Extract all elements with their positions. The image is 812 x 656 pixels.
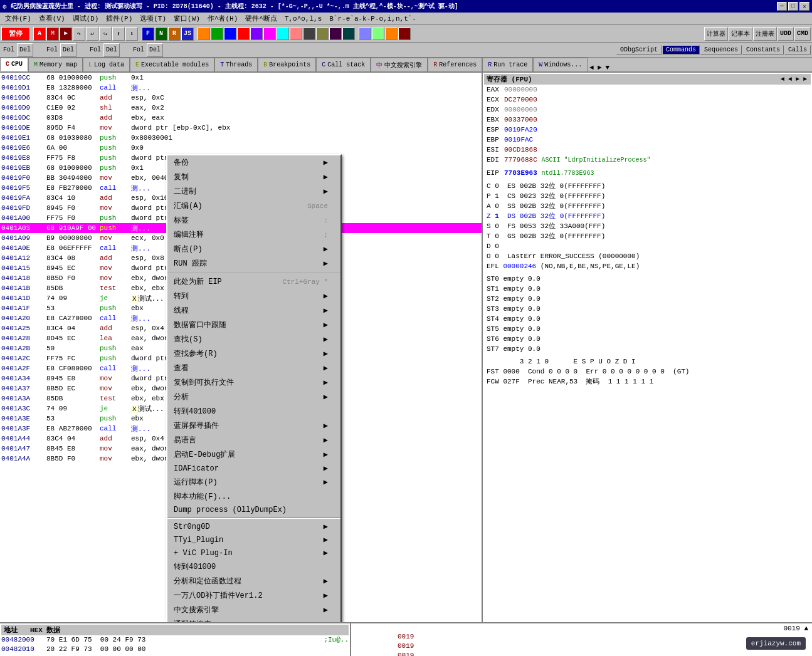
- ctx-chinese-search[interactable]: 中文搜索引擎▶: [167, 603, 340, 617]
- ctx-wildcard-search[interactable]: 通配符搜索: [167, 617, 340, 622]
- tab-windows[interactable]: W Windows...: [533, 58, 588, 71]
- tb-btn-js[interactable]: JS: [181, 27, 194, 41]
- disasm-row[interactable]: 04019E66A 00push0x0: [0, 143, 482, 153]
- ctx-edebug[interactable]: 启动E-Debug扩展▶: [167, 447, 340, 462]
- ctx-dump-process[interactable]: Dump process (OllyDumpEx): [167, 504, 340, 516]
- tab-expand-arrow[interactable]: ▼: [604, 64, 612, 71]
- tab-chinese[interactable]: 中 中文搜索引擎: [371, 58, 428, 71]
- sequences-button[interactable]: Sequences: [700, 45, 742, 55]
- ctx-copy-exec[interactable]: 复制到可执行文件▶: [167, 375, 340, 390]
- cmd-button[interactable]: CMD: [794, 27, 811, 41]
- maximize-button[interactable]: □: [788, 2, 798, 11]
- tb-icon-7[interactable]: [277, 28, 289, 40]
- tab-right-arrow[interactable]: ►: [596, 64, 604, 71]
- tb-icon-6[interactable]: [263, 28, 276, 40]
- ctx-thread[interactable]: 线程▶: [167, 303, 340, 318]
- tb-icon-2[interactable]: [211, 28, 223, 40]
- del-btn-1[interactable]: Del: [17, 43, 33, 57]
- tb-btn-4[interactable]: ↷: [73, 27, 85, 41]
- disasm-row[interactable]: 04019D683C4 0Caddesp, 0xC: [0, 93, 482, 103]
- tab-exec[interactable]: E Executable modules: [130, 58, 214, 71]
- hex-row[interactable]: 0048201020 22 F9 73 00 00 00 00: [1, 645, 349, 654]
- tb-icon-11[interactable]: [329, 28, 342, 40]
- tb-btn-7[interactable]: ⬆: [112, 27, 125, 41]
- tb-btn-2[interactable]: M: [46, 27, 59, 41]
- tb-btn-5[interactable]: ↩: [86, 27, 98, 41]
- tab-references[interactable]: R References: [428, 58, 482, 71]
- tab-left-arrow[interactable]: ◄: [588, 64, 596, 71]
- ctx-breakpoint[interactable]: 断点(P)▶: [167, 242, 340, 256]
- ctx-run-trace[interactable]: RUN 跟踪▶: [167, 256, 340, 271]
- tb-btn-r[interactable]: R: [168, 27, 181, 41]
- ctx-vic[interactable]: + ViC Plug-In▶: [167, 546, 340, 560]
- ctx-run-script[interactable]: 运行脚本(P)▶: [167, 475, 340, 489]
- ctx-copy[interactable]: 复制▶: [167, 170, 340, 184]
- ctx-script-func[interactable]: 脚本功能(F)...: [167, 489, 340, 504]
- del-btn-3[interactable]: Del: [103, 43, 120, 57]
- ctx-goto[interactable]: 转到▶: [167, 289, 340, 303]
- tab-log[interactable]: L Log data: [83, 58, 130, 71]
- menu-item[interactable]: B`r-e`a-k-P-o,i,n,t`-: [325, 14, 420, 24]
- tb-icon-12[interactable]: [342, 28, 355, 40]
- calls-button[interactable]: Calls: [784, 45, 811, 55]
- hex-row[interactable]: 0048200070 E1 6D 75 00 24 F9 73;Iu@..: [1, 635, 349, 645]
- ctx-assemble[interactable]: 汇编(A)Space: [167, 199, 340, 213]
- ctx-search-ref[interactable]: 查找参考(R)▶: [167, 346, 340, 361]
- tb-icon-16[interactable]: [398, 28, 411, 40]
- menu-item[interactable]: 查看(V): [35, 13, 69, 24]
- odbgscript-button[interactable]: ODbgScript: [616, 45, 662, 55]
- tb-icon-10[interactable]: [316, 28, 329, 40]
- minimize-button[interactable]: —: [777, 2, 787, 11]
- ctx-idaficator[interactable]: IDAFicator▶: [167, 462, 340, 475]
- ctx-follow-data[interactable]: 数据窗口中跟随▶: [167, 318, 340, 332]
- ctx-new-eip[interactable]: 此处为新 EIPCtrl+Gray *: [167, 274, 340, 289]
- disasm-row[interactable]: 04019DE895D F4movdword ptr [ebp-0xC], eb…: [0, 123, 482, 133]
- tb-btn-f[interactable]: F: [142, 27, 154, 41]
- disasm-row[interactable]: 04019E168 01030080push0x80030001: [0, 133, 482, 143]
- del-btn-4[interactable]: Del: [147, 43, 163, 57]
- ctx-view[interactable]: 查看▶: [167, 361, 340, 375]
- disasm-row[interactable]: 04019D1E8 13280000call测...: [0, 83, 482, 93]
- udd-button[interactable]: UDD: [778, 27, 794, 41]
- tb-icon-14[interactable]: [372, 28, 384, 40]
- calc-button[interactable]: 计算器: [704, 27, 728, 41]
- tab-cpu[interactable]: C CPU: [0, 58, 28, 71]
- ctx-easy-lang[interactable]: 易语言▶: [167, 433, 340, 447]
- ctx-goto-401000-1[interactable]: 转到401000: [167, 404, 340, 419]
- commands-button[interactable]: Commands: [662, 45, 700, 55]
- tb-icon-8[interactable]: [290, 28, 302, 40]
- tb-icon-1[interactable]: [198, 28, 210, 40]
- menu-item[interactable]: 插件(P): [102, 13, 136, 24]
- del-btn-2[interactable]: Del: [60, 43, 76, 57]
- reg-arrow-right1[interactable]: ►: [794, 76, 801, 83]
- notes-button[interactable]: 记事本: [729, 27, 752, 41]
- menu-item[interactable]: T,o^o,l,s: [281, 14, 325, 24]
- tb-icon-13[interactable]: [359, 28, 371, 40]
- ctx-analyze-func[interactable]: 分析和定位函数过程▶: [167, 574, 340, 588]
- ctx-patch-plugin[interactable]: 一万八OD补丁插件Ver1.2▶: [167, 588, 340, 603]
- tab-memory-map[interactable]: M Memory map: [28, 58, 83, 71]
- tb-btn-3[interactable]: ►: [60, 27, 72, 41]
- ctx-analyze[interactable]: 分析▶: [167, 390, 340, 404]
- tab-breakpoints[interactable]: B Breakpoints: [258, 58, 316, 71]
- ctx-search[interactable]: 查找(S)▶: [167, 332, 340, 346]
- reg-arrow-left1[interactable]: ◄: [779, 76, 786, 83]
- tb-icon-4[interactable]: [237, 28, 250, 40]
- close-button[interactable]: ✕: [799, 2, 809, 11]
- reg-arrow-right2[interactable]: ►: [802, 76, 808, 83]
- disasm-row[interactable]: 04019D9C1E0 02shleax, 0x2: [0, 103, 482, 113]
- tb-icon-9[interactable]: [303, 28, 315, 40]
- menu-item[interactable]: 调试(D): [69, 13, 103, 24]
- menu-item[interactable]: 文件(F): [1, 13, 35, 24]
- ctx-label[interactable]: 标签:: [167, 213, 340, 227]
- ctx-backup[interactable]: 备份▶: [167, 155, 340, 170]
- reg-arrow-left2[interactable]: ◄: [787, 76, 793, 83]
- tb-icon-15[interactable]: [385, 28, 398, 40]
- disasm-row[interactable]: 04019DC03D8addebx, eax: [0, 113, 482, 123]
- menu-item[interactable]: 硬件^断点: [241, 13, 281, 24]
- tb-btn-1[interactable]: A: [33, 27, 46, 41]
- ctx-binary[interactable]: 二进制▶: [167, 184, 340, 199]
- menu-item[interactable]: 选项(T): [136, 13, 170, 24]
- ctx-goto-401000-2[interactable]: 转到401000: [167, 560, 340, 574]
- tab-threads[interactable]: T Threads: [214, 58, 258, 71]
